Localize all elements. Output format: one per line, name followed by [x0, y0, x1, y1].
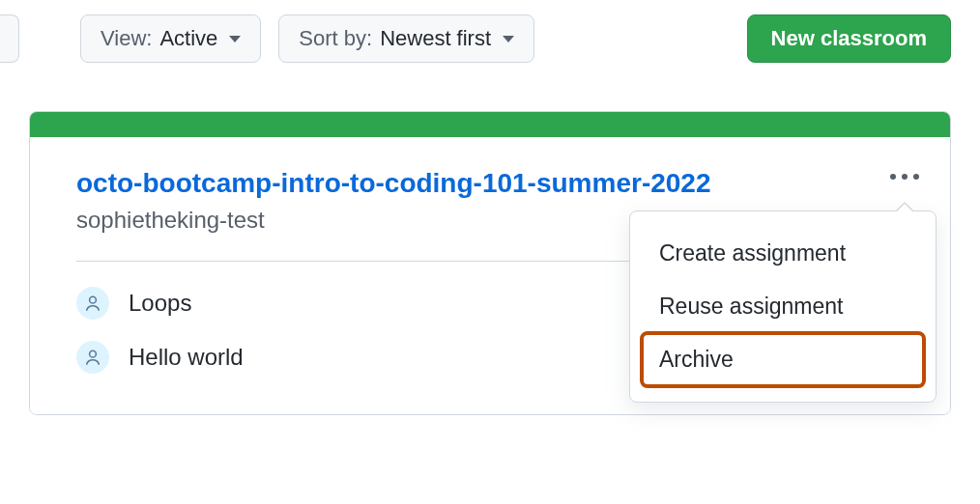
kebab-menu-button[interactable]	[884, 168, 925, 185]
assignment-name: Loops	[129, 290, 191, 317]
dot-icon	[913, 174, 919, 180]
chevron-down-icon	[503, 36, 514, 42]
toolbar: View: Active Sort by: Newest first New c…	[0, 0, 980, 63]
chevron-down-icon	[229, 36, 241, 42]
person-icon	[76, 341, 109, 374]
dot-icon	[890, 174, 896, 180]
new-classroom-button[interactable]: New classroom	[747, 14, 951, 63]
sort-dropdown[interactable]: Sort by: Newest first	[278, 14, 534, 63]
menu-item-reuse-assignment[interactable]: Reuse assignment	[642, 280, 924, 333]
view-filter-value: Active	[159, 26, 217, 51]
classroom-title-link[interactable]: octo-bootcamp-intro-to-coding-101-summer…	[76, 168, 711, 198]
assignment-name: Hello world	[129, 344, 244, 371]
cut-button-left	[0, 14, 19, 63]
view-filter-dropdown[interactable]: View: Active	[80, 14, 261, 63]
view-filter-label: View:	[101, 26, 152, 51]
person-icon	[76, 287, 109, 320]
classroom-card: octo-bootcamp-intro-to-coding-101-summer…	[29, 111, 951, 415]
menu-item-create-assignment[interactable]: Create assignment	[642, 227, 924, 280]
menu-item-archive[interactable]: Archive	[642, 333, 924, 386]
classroom-actions-menu: Create assignment Reuse assignment Archi…	[629, 210, 937, 403]
new-classroom-label: New classroom	[771, 26, 927, 51]
classroom-card-stripe	[30, 112, 950, 137]
sort-label: Sort by:	[299, 26, 372, 51]
sort-value: Newest first	[380, 26, 491, 51]
dot-icon	[902, 174, 908, 180]
